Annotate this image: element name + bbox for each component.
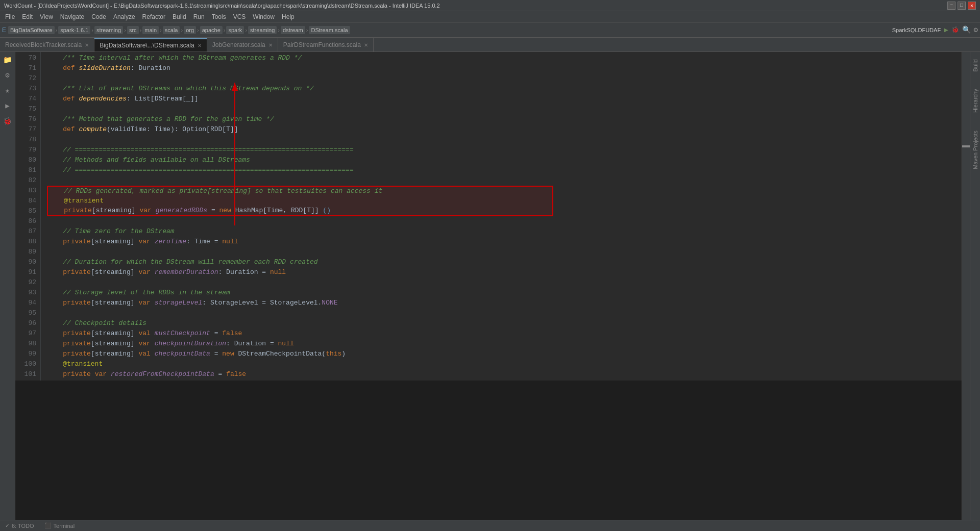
titlebar: WordCount - [D:\IdeaProjects\WordCount] … — [0, 0, 980, 11]
code-line-75 — [47, 104, 962, 114]
code-line-78 — [47, 135, 962, 145]
main-layout: 📁 ⚙ ★ ▶ 🐞 70 71 72 73 74 75 76 77 78 79 … — [0, 52, 980, 520]
breadcrumb-dstream[interactable]: dstream — [281, 26, 305, 34]
right-scrollbar[interactable] — [962, 52, 970, 520]
breadcrumb-apache[interactable]: apache — [200, 26, 223, 34]
code-line-86 — [47, 216, 962, 226]
todo-icon: ✓ — [5, 522, 10, 529]
titlebar-controls: − □ ✕ — [947, 2, 976, 10]
code-line-72 — [47, 73, 962, 84]
hierarchy-panel-label[interactable]: Hierarchy — [972, 89, 978, 113]
tab-jobgenerator[interactable]: JobGenerator.scala ✕ — [207, 38, 278, 52]
scroll-indicator — [962, 145, 970, 147]
menu-edit[interactable]: Edit — [19, 12, 36, 21]
toolbar-right: SparkSQLDFUDAF ▶ 🐞 🔍 ⚙ — [892, 26, 978, 34]
run-sidebar-icon[interactable]: ▶ — [2, 100, 13, 111]
code-content[interactable]: /** Time interval after which the DStrea… — [41, 52, 962, 381]
project-icon: E — [2, 27, 6, 34]
bottom-tab-terminal[interactable]: ⬛ Terminal — [39, 520, 80, 532]
code-line-71: def slideDuration: Duration — [47, 63, 962, 73]
code-line-96: // Checkpoint details — [47, 318, 962, 328]
breadcrumb: BigDataSoftware › spark-1.6.1 › streamin… — [8, 26, 350, 34]
menu-analyze[interactable]: Analyze — [110, 12, 138, 21]
menu-view[interactable]: View — [37, 12, 56, 21]
code-line-87: // Time zero for the DStream — [47, 226, 962, 237]
build-panel-label[interactable]: Build — [972, 59, 978, 71]
tab-close-jobgenerator[interactable]: ✕ — [268, 42, 273, 48]
menu-refactor[interactable]: Refactor — [139, 12, 168, 21]
code-line-84: @transient — [47, 196, 553, 206]
tab-label: ReceivedBlockTracker.scala — [5, 41, 82, 48]
menu-window[interactable]: Window — [250, 12, 278, 21]
code-line-95 — [47, 308, 962, 318]
menubar: File Edit View Navigate Code Analyze Ref… — [0, 11, 980, 22]
tab-pairdstream[interactable]: PairDStreamFunctions.scala ✕ — [278, 38, 374, 52]
breadcrumb-spark[interactable]: spark-1.6.1 — [58, 26, 90, 34]
project-sidebar-icon[interactable]: 📁 — [2, 54, 13, 65]
menu-vcs[interactable]: VCS — [230, 12, 249, 21]
code-line-81: // =====================================… — [47, 165, 962, 175]
code-line-89 — [47, 247, 962, 257]
toolbar: E BigDataSoftware › spark-1.6.1 › stream… — [0, 22, 980, 38]
breadcrumb-spark2[interactable]: spark — [226, 26, 244, 34]
titlebar-title: WordCount - [D:\IdeaProjects\WordCount] … — [4, 3, 440, 9]
code-line-91: private[streaming] var rememberDuration:… — [47, 267, 962, 277]
search-icon[interactable]: 🔍 — [962, 26, 971, 34]
code-line-82 — [47, 175, 962, 186]
breadcrumb-main[interactable]: main — [142, 26, 159, 34]
code-line-93: // Storage level of the RDDs in the stre… — [47, 288, 962, 298]
tab-close-dstream[interactable]: ✕ — [198, 43, 202, 48]
debug-button[interactable]: 🐞 — [951, 26, 959, 34]
menu-navigate[interactable]: Navigate — [57, 12, 87, 21]
maximize-button[interactable]: □ — [958, 2, 966, 10]
code-line-94: private[streaming] var storageLevel: Sto… — [47, 298, 962, 308]
menu-run[interactable]: Run — [190, 12, 208, 21]
tab-dstream[interactable]: BigDataSoftware\...\DStream.scala ✕ — [94, 38, 207, 52]
breadcrumb-scala[interactable]: scala — [163, 26, 180, 34]
terminal-icon: ⬛ — [44, 522, 52, 529]
breadcrumb-streaming[interactable]: streaming — [94, 26, 123, 34]
far-right-panels: Build Hierarchy Maven Projects — [970, 52, 980, 520]
code-line-79: // =====================================… — [47, 145, 962, 155]
settings-icon[interactable]: ⚙ — [974, 26, 978, 34]
line-numbers: 70 71 72 73 74 75 76 77 78 79 80 81 82 8… — [15, 52, 41, 381]
debug-sidebar-icon[interactable]: 🐞 — [2, 115, 13, 127]
todo-label: 6: TODO — [12, 523, 34, 529]
code-line-101: private var restoredFromCheckpointData =… — [47, 369, 962, 380]
breadcrumb-org[interactable]: org — [184, 26, 196, 34]
code-line-77: def compute(validTime: Time): Option[RDD… — [47, 124, 962, 135]
tab-close-pairdstream[interactable]: ✕ — [364, 42, 368, 48]
structure-icon[interactable]: ⚙ — [2, 69, 13, 81]
code-line-73: /** List of parent DStreams on which thi… — [47, 84, 962, 94]
code-line-100: @transient — [47, 359, 962, 369]
menu-help[interactable]: Help — [279, 12, 298, 21]
terminal-label: Terminal — [54, 523, 75, 529]
favorites-icon[interactable]: ★ — [2, 85, 13, 96]
code-line-83: // RDDs generated, marked as private[str… — [47, 186, 553, 196]
menu-build[interactable]: Build — [169, 12, 189, 21]
breadcrumb-file[interactable]: DStream.scala — [309, 26, 350, 34]
tab-receivedblocktracker[interactable]: ReceivedBlockTracker.scala ✕ — [0, 38, 94, 52]
menu-code[interactable]: Code — [88, 12, 109, 21]
breadcrumb-streaming2[interactable]: streaming — [248, 26, 277, 34]
breadcrumb-bigdata[interactable]: BigDataSoftware — [8, 26, 55, 34]
code-line-99: private[streaming] val checkpointData = … — [47, 349, 962, 359]
menu-tools[interactable]: Tools — [209, 12, 229, 21]
code-line-90: // Duration for which the DStream will r… — [47, 257, 962, 267]
editor-wrapper: 70 71 72 73 74 75 76 77 78 79 80 81 82 8… — [15, 52, 962, 520]
code-line-70: /** Time interval after which the DStrea… — [47, 53, 962, 63]
close-button[interactable]: ✕ — [968, 2, 976, 10]
code-line-76: /** Method that generates a RDD for the … — [47, 114, 962, 124]
menu-file[interactable]: File — [2, 12, 18, 21]
minimize-button[interactable]: − — [947, 2, 955, 10]
tab-close-receivedblocktracker[interactable]: ✕ — [85, 42, 89, 48]
editor-area[interactable]: 70 71 72 73 74 75 76 77 78 79 80 81 82 8… — [15, 52, 962, 381]
maven-panel-label[interactable]: Maven Projects — [972, 131, 978, 169]
code-line-85: private[streaming] var generatedRDDs = n… — [47, 206, 553, 216]
breadcrumb-src[interactable]: src — [127, 26, 139, 34]
run-config-label: SparkSQLDFUDAF — [892, 27, 941, 33]
run-button[interactable]: ▶ — [944, 26, 948, 34]
left-sidebar: 📁 ⚙ ★ ▶ 🐞 — [0, 52, 15, 520]
code-line-88: private[streaming] var zeroTime: Time = … — [47, 237, 962, 247]
bottom-tab-todo[interactable]: ✓ 6: TODO — [0, 520, 39, 532]
